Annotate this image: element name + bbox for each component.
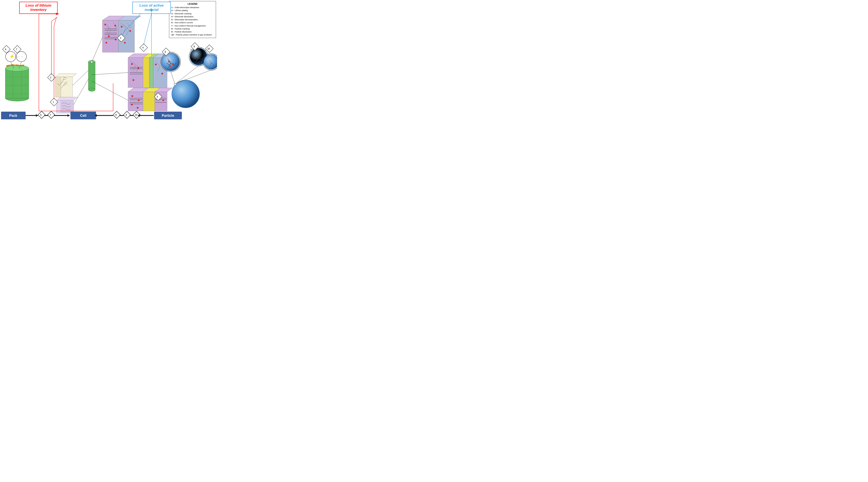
svg-line-48 (126, 30, 129, 35)
svg-rect-102 (143, 92, 155, 111)
svg-rect-44 (119, 20, 134, 52)
svg-rect-190 (206, 45, 213, 53)
svg-text:1: 1 (53, 101, 54, 103)
svg-line-169 (195, 53, 198, 58)
svg-line-133 (65, 83, 67, 84)
svg-text:7: 7 (50, 114, 51, 116)
svg-rect-233 (154, 112, 182, 119)
svg-rect-223 (113, 111, 120, 118)
svg-line-77 (160, 62, 164, 67)
svg-point-94 (131, 95, 133, 97)
svg-text:10: 10 (208, 48, 210, 50)
svg-rect-188 (191, 43, 199, 51)
svg-point-173 (189, 47, 208, 66)
svg-text:9: 9 (126, 114, 127, 116)
svg-line-153 (92, 81, 128, 100)
svg-text:6: 6 (40, 114, 42, 116)
svg-line-207 (52, 17, 57, 21)
legend-item-1: 1 – Solid electrolyte interphase (172, 6, 214, 9)
svg-rect-226 (123, 111, 131, 118)
svg-marker-222 (94, 114, 97, 117)
svg-point-176 (204, 54, 217, 69)
svg-rect-60 (128, 58, 143, 88)
svg-line-131 (63, 83, 65, 85)
svg-text:9: 9 (193, 46, 195, 48)
svg-rect-139 (57, 100, 61, 113)
svg-text:O₂: O₂ (204, 49, 206, 51)
legend-item-5: 5 – Electrolyte decomposition (172, 18, 214, 21)
svg-line-160 (168, 63, 171, 67)
svg-line-110 (143, 88, 148, 92)
svg-point-95 (138, 99, 140, 101)
svg-rect-26 (102, 20, 119, 52)
svg-line-172 (202, 57, 203, 60)
svg-line-29 (107, 25, 111, 30)
svg-point-2 (5, 65, 29, 71)
svg-line-130 (63, 84, 66, 85)
svg-line-161 (171, 63, 174, 66)
svg-point-34 (114, 25, 116, 27)
svg-point-158 (162, 53, 180, 71)
svg-text:Particle: Particle (162, 114, 174, 117)
svg-point-96 (131, 104, 133, 106)
svg-line-170 (196, 58, 198, 61)
svg-point-78 (155, 64, 157, 65)
svg-point-167 (161, 52, 181, 72)
svg-point-168 (190, 48, 207, 65)
svg-rect-72 (143, 58, 149, 88)
svg-line-155 (74, 79, 88, 104)
battery-pack (5, 64, 29, 101)
svg-marker-58 (102, 16, 125, 20)
svg-line-127 (64, 77, 67, 78)
svg-text:3: 3 (120, 37, 121, 39)
svg-text:4: 4 (142, 47, 144, 49)
svg-line-151 (92, 37, 102, 62)
svg-line-162 (174, 63, 176, 66)
svg-marker-116 (128, 88, 148, 92)
svg-point-14 (16, 52, 27, 62)
svg-point-33 (104, 24, 106, 25)
svg-rect-212 (38, 111, 45, 118)
svg-line-179 (211, 63, 214, 65)
svg-line-202 (121, 13, 141, 35)
svg-marker-91 (149, 54, 159, 58)
svg-rect-74 (153, 58, 167, 88)
svg-rect-11 (20, 65, 24, 66)
svg-point-157 (174, 83, 176, 85)
legend-item-10: 10 – Particle phase transition & gas evo… (172, 33, 214, 36)
svg-marker-218 (67, 114, 70, 117)
svg-line-132 (65, 81, 67, 83)
svg-point-12 (5, 52, 16, 62)
svg-line-203 (144, 13, 152, 45)
svg-point-65 (131, 63, 133, 65)
svg-marker-232 (137, 114, 140, 117)
svg-point-37 (105, 42, 107, 43)
svg-rect-93 (128, 92, 143, 111)
svg-point-105 (162, 99, 164, 101)
svg-line-184 (176, 66, 198, 83)
svg-marker-117 (143, 88, 160, 92)
svg-line-47 (123, 25, 129, 30)
svg-text:8: 8 (165, 51, 166, 53)
legend-item-2: 2 – Lithium plating (172, 9, 214, 12)
svg-marker-90 (143, 54, 155, 58)
svg-line-83 (153, 54, 159, 58)
svg-rect-186 (162, 48, 170, 56)
svg-rect-23 (88, 62, 95, 90)
svg-marker-89 (128, 54, 148, 58)
svg-line-123 (63, 77, 64, 80)
svg-point-0 (5, 95, 29, 101)
svg-text:Pack: Pack (9, 114, 17, 117)
svg-line-63 (133, 62, 139, 67)
svg-line-112 (167, 88, 173, 92)
svg-line-61 (130, 61, 135, 66)
svg-text:6: 6 (5, 48, 6, 51)
svg-text:5: 5 (157, 96, 158, 98)
svg-point-25 (91, 61, 93, 63)
loss-lithium-text: Loss of lithiuminventory (26, 3, 52, 12)
svg-rect-73 (149, 58, 153, 88)
svg-rect-8 (6, 65, 10, 67)
svg-line-152 (92, 72, 128, 75)
svg-line-82 (149, 54, 155, 58)
svg-point-79 (161, 73, 163, 74)
